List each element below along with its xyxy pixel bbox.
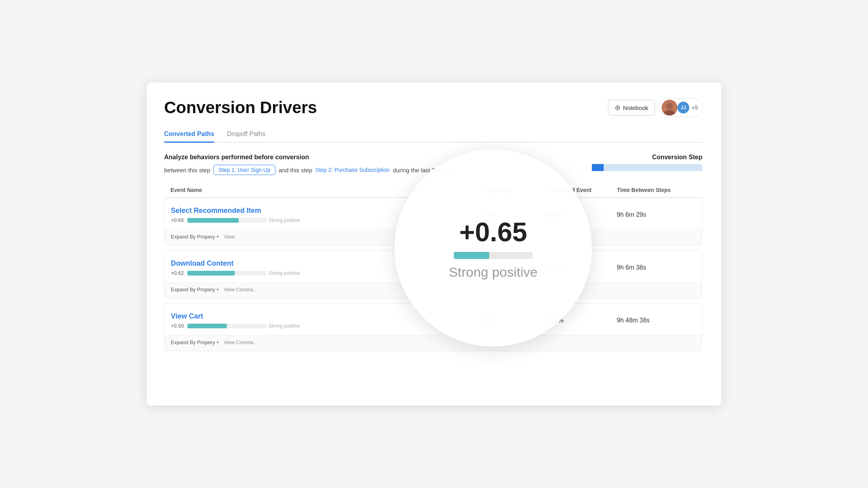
row3-main: View Cart +0.50 Strong positive 1.81 76.… — [165, 304, 702, 335]
corr-bar-row-2: +0.62 Strong positive — [171, 270, 483, 276]
chevron-down-icon: ▾ — [217, 234, 219, 239]
col-event-name: Event Name — [170, 187, 483, 193]
conversion-step-block: Conversion Step — [592, 154, 702, 171]
pct-did-1: 95.6% — [546, 211, 617, 218]
between-label: between this step — [164, 167, 210, 173]
corr-label-3: Strong positive — [269, 323, 300, 329]
and-label: and this step — [279, 167, 312, 173]
view-link-2[interactable]: View Correla... — [224, 287, 257, 292]
pct-did-2: 95.7% — [546, 264, 617, 271]
table-row: Select Recommended Item +0.65 Strong pos… — [164, 197, 702, 246]
table-row: View Cart +0.50 Strong positive 1.81 76.… — [164, 303, 702, 351]
user-initials: JJ — [677, 102, 689, 114]
row2-expand: Expand By Propery ▾ View Correla... — [165, 282, 702, 298]
tabs: Converted Paths Dropoff Paths — [164, 127, 702, 143]
event-name-cell-1: Select Recommended Item +0.65 Strong pos… — [171, 207, 483, 223]
time-between-2: 9h 6m 38s — [617, 264, 696, 271]
header: Conversion Drivers ⊕ Notebook JJ +5 — [164, 98, 702, 117]
corr-bar-fill-3 — [187, 324, 227, 328]
pct-did-3: 76.6% — [546, 317, 617, 324]
step1-badge[interactable]: Step 1: User Sign Up — [213, 165, 276, 175]
main-window: Conversion Drivers ⊕ Notebook JJ +5 Conv… — [147, 82, 721, 406]
filter-row: between this step Step 1: User Sign Up a… — [164, 165, 453, 175]
event-name-link-3[interactable]: View Cart — [171, 312, 483, 320]
plus-circle-icon: ⊕ — [615, 103, 621, 112]
chevron-down-icon: ▾ — [217, 287, 219, 292]
col-time-between: Time Between Steps — [617, 187, 696, 193]
frequency-2: 1.87 — [483, 264, 546, 271]
corr-bar-row-1: +0.65 Strong positive — [171, 217, 483, 223]
step2-link[interactable]: Step 2: Purchase Subscription — [315, 167, 389, 173]
row1-main: Select Recommended Item +0.65 Strong pos… — [165, 198, 702, 229]
avatar — [662, 100, 677, 115]
frequency-1: 1.60 — [483, 211, 546, 218]
col-frequency: Frequency — [483, 187, 546, 193]
corr-value-1: +0.65 — [171, 217, 185, 223]
user-badge[interactable]: JJ +5 — [660, 98, 702, 117]
event-name-link-1[interactable]: Select Recommended Item — [171, 207, 483, 215]
conversion-bar — [592, 164, 702, 171]
expand-dropdown-3[interactable]: Expand By Propery ▾ — [171, 339, 219, 345]
tab-dropoff-paths[interactable]: Dropoff Paths — [227, 127, 266, 143]
corr-value-2: +0.62 — [171, 270, 185, 276]
corr-bar-bg-3 — [187, 324, 266, 328]
extra-users: +5 — [692, 104, 698, 111]
row1-expand: Expand By Propery ▾ View — [165, 229, 702, 245]
conversion-step-label: Conversion Step — [652, 154, 702, 161]
filter-left: Analyze behaviors performed before conve… — [164, 154, 453, 175]
notebook-label: Notebook — [623, 104, 648, 111]
view-link-3[interactable]: View Correla... — [224, 339, 257, 345]
event-name-cell-3: View Cart +0.50 Strong positive — [171, 312, 483, 329]
event-name-cell-2: Download Content +0.62 Strong positive — [171, 259, 483, 276]
filter-description: Analyze behaviors performed before conve… — [164, 154, 453, 161]
conversion-bar-rest — [604, 164, 702, 171]
corr-bar-row-3: +0.50 Strong positive — [171, 323, 483, 329]
col-pct-did: % Who Did Event — [546, 187, 617, 193]
table-wrapper: Event Name Frequency % Who Did Event Tim… — [164, 183, 702, 351]
time-between-3: 9h 48m 38s — [617, 317, 696, 324]
filter-section: Analyze behaviors performed before conve… — [164, 154, 702, 175]
chevron-down-icon: ▾ — [217, 340, 219, 345]
header-right: ⊕ Notebook JJ +5 — [608, 98, 702, 117]
corr-label-1: Strong positive — [269, 218, 300, 223]
corr-label-2: Strong positive — [269, 270, 300, 276]
event-name-link-2[interactable]: Download Content — [171, 259, 483, 268]
row2-main: Download Content +0.62 Strong positive 1… — [165, 251, 702, 282]
tab-converted-paths[interactable]: Converted Paths — [164, 127, 214, 143]
table-header: Event Name Frequency % Who Did Event Tim… — [164, 183, 702, 197]
notebook-button[interactable]: ⊕ Notebook — [608, 100, 655, 115]
conversion-bar-fill — [592, 164, 604, 171]
time-between-1: 9h 6m 29s — [617, 211, 696, 218]
duration-label: during the last 30 days — [393, 167, 453, 173]
view-link-1[interactable]: View — [224, 234, 235, 240]
frequency-3: 1.81 — [483, 317, 546, 324]
corr-bar-fill-2 — [187, 271, 235, 276]
expand-dropdown-1[interactable]: Expand By Propery ▾ — [171, 234, 219, 240]
corr-bar-bg-1 — [187, 218, 266, 223]
table-row: Download Content +0.62 Strong positive 1… — [164, 250, 702, 298]
expand-dropdown-2[interactable]: Expand By Propery ▾ — [171, 287, 219, 292]
svg-point-1 — [666, 103, 673, 109]
corr-bar-fill-1 — [187, 218, 239, 223]
row3-expand: Expand By Propery ▾ View Correla... — [165, 335, 702, 351]
corr-value-3: +0.50 — [171, 323, 185, 329]
page-title: Conversion Drivers — [164, 98, 317, 117]
corr-bar-bg-2 — [187, 271, 266, 276]
